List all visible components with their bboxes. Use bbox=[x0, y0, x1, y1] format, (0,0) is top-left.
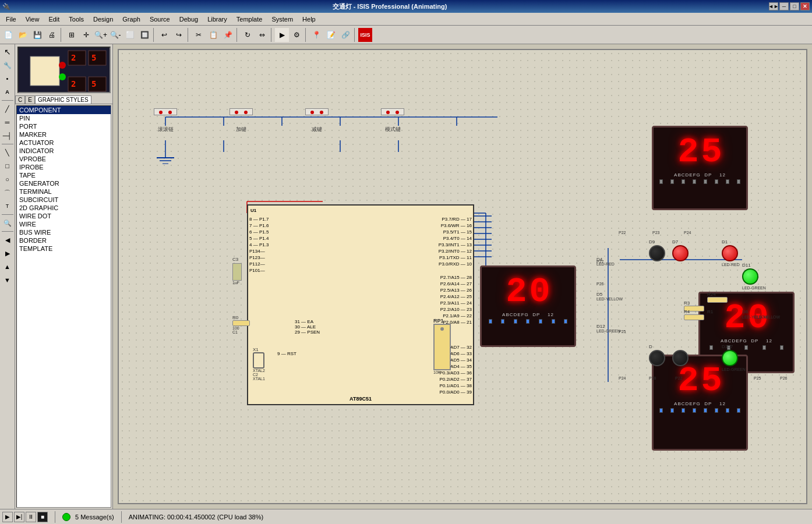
wire-tool[interactable]: ╱ bbox=[1, 102, 14, 115]
draw-circle[interactable]: ○ bbox=[1, 173, 14, 186]
undo-btn[interactable]: ↩ bbox=[157, 28, 171, 42]
isis-btn[interactable]: ISIS bbox=[358, 28, 372, 42]
probe-btn[interactable]: 📍 bbox=[309, 28, 323, 42]
tab-e[interactable]: E bbox=[25, 95, 35, 104]
comp-item-vprobe[interactable]: VPROBE bbox=[17, 155, 111, 163]
minimize-btn[interactable]: ─ bbox=[779, 2, 789, 10]
net-p28: P28 bbox=[649, 376, 656, 380]
prop-btn[interactable]: 📝 bbox=[324, 28, 338, 42]
r4-body[interactable] bbox=[684, 314, 704, 320]
pin-tool[interactable]: ─┤ bbox=[1, 129, 14, 142]
menubar: File View Edit Tools Design Graph Source… bbox=[0, 13, 812, 26]
comp-item-actuator[interactable]: ACTUATOR bbox=[17, 139, 111, 147]
draw-line[interactable]: ╲ bbox=[1, 146, 14, 159]
copy-btn[interactable]: 📋 bbox=[206, 28, 220, 42]
c3-body[interactable] bbox=[232, 263, 242, 281]
zoom-fit-btn[interactable]: ⬜ bbox=[123, 28, 137, 42]
comp-item-indicator[interactable]: INDICATOR bbox=[17, 147, 111, 155]
rp1-body[interactable] bbox=[433, 324, 451, 370]
draw-rect[interactable]: □ bbox=[1, 160, 14, 172]
canvas-area[interactable]: 滚滚链 加键 减键 bbox=[113, 44, 812, 509]
ic-at89c51[interactable]: U1 AT89C51 8 — P1.7 7 — P1.6 6 — P1.5 5 … bbox=[247, 204, 474, 405]
move-right[interactable]: ▶ bbox=[1, 247, 14, 260]
move-left[interactable]: ◀ bbox=[1, 233, 14, 246]
comp-item-border[interactable]: BORDER bbox=[17, 236, 111, 245]
draw-text[interactable]: T bbox=[1, 200, 14, 213]
switch-body-2[interactable] bbox=[230, 108, 253, 115]
comp-item-component[interactable]: COMPONENT bbox=[17, 106, 111, 114]
tab-c[interactable]: C bbox=[15, 95, 25, 104]
component-tool[interactable]: 🔧 bbox=[1, 59, 14, 72]
menu-design[interactable]: Design bbox=[89, 13, 118, 25]
zoom-area[interactable]: 🔍 bbox=[1, 217, 14, 229]
paste-btn[interactable]: 📌 bbox=[221, 28, 235, 42]
bus-tool[interactable]: ═ bbox=[1, 116, 14, 129]
x1-body[interactable] bbox=[253, 352, 264, 369]
open-btn[interactable]: 📂 bbox=[16, 28, 30, 42]
comp-item-bus-wire[interactable]: BUS WIRE bbox=[17, 228, 111, 236]
menu-view[interactable]: View bbox=[21, 13, 44, 25]
seg-pin-br-3 bbox=[682, 408, 685, 413]
led-d9 bbox=[649, 245, 665, 261]
netlist-btn[interactable]: 🔗 bbox=[338, 28, 352, 42]
junction-tool[interactable]: • bbox=[1, 72, 14, 85]
schematic[interactable]: 滚滚链 加键 减键 bbox=[118, 49, 807, 504]
menu-tools[interactable]: Tools bbox=[64, 13, 89, 25]
grid-btn[interactable]: ⊞ bbox=[65, 28, 79, 42]
component-list[interactable]: COMPONENT PIN PORT MARKER ACTUATOR INDIC… bbox=[16, 105, 111, 508]
menu-system[interactable]: System bbox=[267, 13, 298, 25]
play-button[interactable]: ▶ bbox=[2, 512, 13, 522]
maximize-btn[interactable]: □ bbox=[790, 2, 799, 10]
switch-body-3[interactable] bbox=[305, 108, 329, 115]
comp-item-marker[interactable]: MARKER bbox=[17, 130, 111, 139]
mirror-btn[interactable]: ⇔ bbox=[255, 28, 269, 42]
menu-library[interactable]: Library bbox=[203, 13, 232, 25]
comp-item-port[interactable]: PORT bbox=[17, 122, 111, 130]
menu-help[interactable]: Help bbox=[298, 13, 320, 25]
move-down[interactable]: ▼ bbox=[1, 274, 14, 286]
comp-item-wire[interactable]: WIRE bbox=[17, 220, 111, 228]
comp-item-iprobe[interactable]: IPROBE bbox=[17, 163, 111, 171]
comp-item-terminal[interactable]: TERMINAL bbox=[17, 187, 111, 196]
switch-body[interactable] bbox=[154, 108, 177, 115]
menu-edit[interactable]: Edit bbox=[44, 13, 64, 25]
comp-item-wire-dot[interactable]: WIRE DOT bbox=[17, 212, 111, 220]
zoom-select-btn[interactable]: 🔲 bbox=[137, 28, 151, 42]
menu-source[interactable]: Source bbox=[145, 13, 175, 25]
menu-graph[interactable]: Graph bbox=[118, 13, 145, 25]
save-btn[interactable]: 💾 bbox=[30, 28, 44, 42]
debug-run-btn[interactable]: ⚙ bbox=[290, 28, 303, 42]
r0-body[interactable] bbox=[232, 320, 250, 326]
menu-debug[interactable]: Debug bbox=[175, 13, 203, 25]
close-btn[interactable]: ✕ bbox=[800, 2, 810, 10]
draw-arc[interactable]: ⌒ bbox=[1, 186, 14, 199]
pause-button[interactable]: ⏸ bbox=[26, 512, 36, 522]
print-btn[interactable]: 🖨 bbox=[45, 28, 59, 42]
redo-btn[interactable]: ↪ bbox=[172, 28, 186, 42]
comp-item-2d-graphic[interactable]: 2D GRAPHIC bbox=[17, 204, 111, 212]
run-btn[interactable]: ▶ bbox=[275, 28, 289, 42]
tab-graphic-styles[interactable]: GRAPHIC STYLES bbox=[35, 95, 91, 104]
menu-template[interactable]: Template bbox=[232, 13, 267, 25]
cut-btn[interactable]: ✂ bbox=[192, 28, 206, 42]
zoom-in-btn[interactable]: 🔍+ bbox=[94, 28, 108, 42]
move-up[interactable]: ▲ bbox=[1, 260, 14, 273]
new-btn[interactable]: 📄 bbox=[1, 28, 15, 42]
label-tool[interactable]: A bbox=[1, 86, 14, 98]
comp-item-tape[interactable]: TAPE bbox=[17, 171, 111, 179]
comp-item-pin[interactable]: PIN bbox=[17, 114, 111, 122]
r0-value: 100 bbox=[232, 326, 250, 330]
switch-body-4[interactable] bbox=[381, 108, 404, 115]
comp-item-generator[interactable]: GENERATOR bbox=[17, 179, 111, 187]
comp-item-template[interactable]: TEMPLATE bbox=[17, 245, 111, 253]
menu-file[interactable]: File bbox=[1, 13, 21, 25]
comp-item-subcircuit[interactable]: SUBCIRCUIT bbox=[17, 196, 111, 204]
rotate-btn[interactable]: ↻ bbox=[241, 28, 255, 42]
step-button[interactable]: ▶| bbox=[14, 512, 24, 522]
sw3-pin2 bbox=[320, 111, 323, 114]
restore-btn[interactable]: ◄► bbox=[769, 2, 778, 10]
zoom-out-btn[interactable]: 🔍- bbox=[108, 28, 122, 42]
origin-btn[interactable]: ✛ bbox=[79, 28, 93, 42]
stop-button[interactable]: ■ bbox=[37, 512, 48, 522]
select-tool[interactable]: ↖ bbox=[1, 45, 14, 58]
